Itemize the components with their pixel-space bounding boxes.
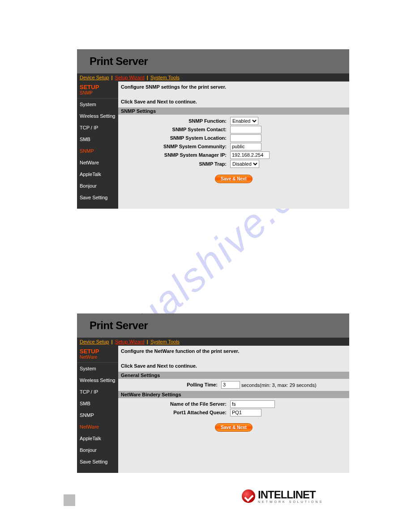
- sidebar-subheading: NetWare: [77, 355, 118, 363]
- nav-separator: |: [146, 75, 149, 80]
- input-snmp-community[interactable]: [230, 143, 261, 150]
- intro-line2: Click Save and Next to continue.: [121, 362, 347, 370]
- label-port1-queue: Port1 Attached Queue:: [121, 408, 228, 417]
- sidebar-item-appletalk[interactable]: AppleTalk: [77, 433, 118, 444]
- intro-line2: Click Save and Next to continue.: [121, 98, 347, 106]
- nav-device-setup[interactable]: Device Setup: [80, 339, 109, 344]
- label-snmp-trap: SNMP Trap:: [121, 159, 228, 168]
- title-bar: Print Server: [77, 49, 349, 73]
- sidebar-item-save-setting[interactable]: Save Setting: [77, 192, 118, 203]
- select-snmp-function[interactable]: Enabled: [230, 117, 258, 125]
- nav-system-tools[interactable]: System Tools: [150, 339, 180, 344]
- intro-text: Configure the NetWare function of the pr…: [118, 346, 349, 372]
- top-nav: Device Setup | Setup Wizard | System Too…: [77, 338, 349, 346]
- input-file-server[interactable]: [230, 400, 275, 408]
- nav-separator: |: [111, 75, 114, 80]
- polling-suffix: seconds(min: 3, max: 29 seconds): [241, 382, 317, 387]
- sidebar-item-smb[interactable]: SMB: [77, 398, 118, 409]
- nav-device-setup[interactable]: Device Setup: [80, 75, 109, 80]
- content-area: Configure SNMP settings for the print se…: [118, 82, 349, 209]
- sidebar-item-system[interactable]: System: [77, 99, 118, 110]
- content-area: Configure the NetWare function of the pr…: [118, 346, 349, 473]
- intro-line1: Configure SNMP settings for the print se…: [121, 83, 347, 91]
- brand-tagline: NETWORK SOLUTIONS: [258, 500, 323, 503]
- sidebar-item-save-setting[interactable]: Save Setting: [77, 456, 118, 468]
- sidebar-heading: SETUP: [77, 82, 118, 90]
- page-number-box: [64, 494, 75, 506]
- sidebar-item-snmp[interactable]: SNMP: [77, 145, 118, 157]
- label-snmp-function: SNMP Function:: [121, 116, 228, 125]
- panel-netware: Print Server Device Setup | Setup Wizard…: [77, 313, 349, 473]
- sidebar-item-netware[interactable]: NetWare: [77, 157, 118, 168]
- app-title: Print Server: [90, 319, 148, 332]
- section-heading-general: General Settings: [118, 372, 349, 379]
- save-next-button[interactable]: Save & Next: [215, 175, 253, 183]
- sidebar-item-smb[interactable]: SMB: [77, 133, 118, 145]
- sidebar-item-snmp[interactable]: SNMP: [77, 409, 118, 421]
- panel-snmp: Print Server Device Setup | Setup Wizard…: [77, 49, 349, 209]
- sidebar-item-bonjour[interactable]: Bonjour: [77, 444, 118, 456]
- input-polling-time[interactable]: [221, 381, 240, 389]
- brand-name: INTELLINET: [258, 489, 323, 500]
- sidebar-item-wireless[interactable]: Wireless Setting: [77, 374, 118, 386]
- sidebar: SETUP SNMP System Wireless Setting TCP /…: [77, 82, 118, 209]
- sidebar-item-system[interactable]: System: [77, 363, 118, 374]
- sidebar-item-bonjour[interactable]: Bonjour: [77, 180, 118, 192]
- app-title: Print Server: [90, 55, 148, 68]
- select-snmp-trap[interactable]: Disabled: [230, 160, 259, 168]
- nav-setup-wizard[interactable]: Setup Wizard: [115, 339, 145, 344]
- label-polling-time: Polling Time:: [121, 381, 219, 389]
- sidebar-item-wireless[interactable]: Wireless Setting: [77, 110, 118, 122]
- section-heading-snmp: SNMP Settings: [118, 107, 349, 115]
- intro-line1: Configure the NetWare function of the pr…: [121, 348, 347, 355]
- label-snmp-community: SNMP System Community:: [121, 142, 228, 151]
- sidebar-subheading: SNMP: [77, 90, 118, 99]
- nav-separator: |: [111, 339, 114, 344]
- sidebar-item-appletalk[interactable]: AppleTalk: [77, 168, 118, 180]
- input-snmp-contact[interactable]: [230, 126, 261, 133]
- brand-logo: INTELLINET NETWORK SOLUTIONS: [242, 486, 345, 506]
- nav-setup-wizard[interactable]: Setup Wizard: [115, 75, 145, 80]
- sidebar-item-netware[interactable]: NetWare: [77, 421, 118, 433]
- sidebar: SETUP NetWare System Wireless Setting TC…: [77, 346, 118, 473]
- sidebar-item-tcpip[interactable]: TCP / IP: [77, 386, 118, 398]
- input-snmp-manager-ip[interactable]: [230, 151, 270, 159]
- label-snmp-location: SNMP System Location:: [121, 134, 228, 142]
- intro-text: Configure SNMP settings for the print se…: [118, 82, 349, 107]
- label-snmp-contact: SNMP System Contact:: [121, 125, 228, 134]
- title-bar: Print Server: [77, 313, 349, 338]
- check-icon: [242, 489, 255, 503]
- sidebar-heading: SETUP: [77, 346, 118, 355]
- input-port1-queue[interactable]: [230, 409, 261, 416]
- top-nav: Device Setup | Setup Wizard | System Too…: [77, 73, 349, 82]
- input-snmp-location[interactable]: [230, 134, 261, 142]
- save-next-button[interactable]: Save & Next: [215, 423, 253, 432]
- label-snmp-manager-ip: SNMP System Manager IP:: [121, 151, 228, 159]
- section-heading-bindery: NetWare Bindery Settings: [118, 391, 349, 398]
- nav-separator: |: [146, 339, 149, 344]
- nav-system-tools[interactable]: System Tools: [150, 75, 180, 80]
- label-file-server: Name of the File Server:: [121, 400, 228, 408]
- sidebar-item-tcpip[interactable]: TCP / IP: [77, 122, 118, 133]
